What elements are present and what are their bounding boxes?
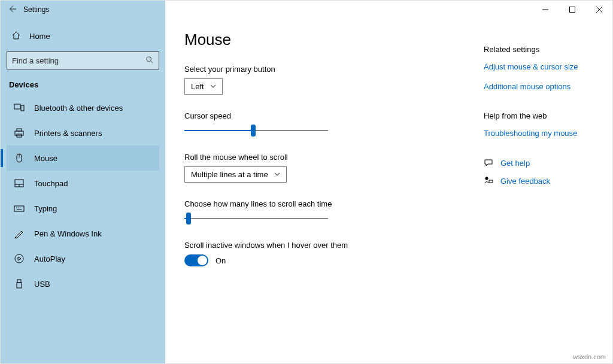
sidebar-item-label: AutoPlay [34,254,65,263]
devices-icon [14,102,25,113]
sidebar-item-label: Mouse [34,154,57,163]
keyboard-icon [14,203,25,214]
related-heading: Related settings [484,45,594,54]
inactive-scroll-label: Scroll inactive windows when I hover ove… [184,241,466,250]
sidebar: Home Devices Bluetooth & other devices P… [1,19,165,363]
get-help-link[interactable]: Get help [484,158,594,168]
give-feedback-link[interactable]: Give feedback [484,176,594,186]
dropdown-value: Multiple lines at a time [191,170,268,179]
svg-rect-22 [17,280,21,283]
svg-point-21 [15,254,23,263]
watermark: wsxdn.com [573,353,606,360]
svg-rect-6 [14,104,20,109]
category-label: Devices [7,69,159,95]
touchpad-icon [14,178,25,189]
lines-scroll-label: Choose how many lines to scroll each tim… [184,199,466,208]
svg-line-5 [151,60,153,63]
chat-icon [484,158,493,168]
cursor-speed-slider[interactable] [184,125,328,136]
svg-rect-1 [569,7,575,13]
minimize-button[interactable] [532,1,559,19]
sidebar-item-label: Touchpad [34,179,68,188]
search-box[interactable] [7,51,159,69]
page-title: Mouse [184,31,466,49]
back-button[interactable] [8,5,16,15]
sidebar-item-label: USB [34,280,50,289]
get-help-label: Get help [500,159,530,168]
sidebar-item-label: Printers & scanners [34,129,102,138]
sidebar-item-autoplay[interactable]: AutoPlay [7,246,159,271]
maximize-button[interactable] [559,1,585,19]
search-input[interactable] [12,56,145,65]
sidebar-item-usb[interactable]: USB [7,271,159,296]
home-link[interactable]: Home [7,25,159,48]
titlebar: Settings [1,1,612,19]
window-title: Settings [23,5,49,14]
dropdown-value: Left [191,82,204,91]
svg-point-24 [485,177,488,180]
mouse-icon [14,153,25,163]
search-icon [145,56,154,66]
usb-icon [14,278,25,289]
wheel-scroll-label: Roll the mouse wheel to scroll [184,153,466,162]
sidebar-item-label: Pen & Windows Ink [34,229,102,238]
feedback-label: Give feedback [500,177,550,186]
sidebar-item-mouse[interactable]: Mouse [7,145,159,171]
svg-rect-16 [14,206,24,211]
svg-rect-23 [17,283,22,288]
toggle-state: On [216,256,226,265]
feedback-icon [484,176,493,186]
main-content: Mouse Select your primary button Left Cu… [184,31,466,351]
close-button[interactable] [585,1,612,19]
home-icon [11,31,21,42]
sidebar-item-printers[interactable]: Printers & scanners [7,120,159,145]
link-troubleshoot-mouse[interactable]: Troubleshooting my mouse [484,129,594,138]
sidebar-item-label: Typing [34,204,57,213]
svg-rect-7 [21,105,24,111]
link-adjust-mouse-cursor[interactable]: Adjust mouse & cursor size [484,62,594,71]
sidebar-item-touchpad[interactable]: Touchpad [7,171,159,196]
sidebar-item-label: Bluetooth & other devices [34,104,123,113]
cursor-speed-label: Cursor speed [184,111,466,120]
home-label: Home [29,32,50,41]
sidebar-item-bluetooth[interactable]: Bluetooth & other devices [7,95,159,120]
chevron-down-icon [274,170,280,179]
wheel-scroll-dropdown[interactable]: Multiple lines at a time [184,166,287,183]
chevron-down-icon [210,82,216,91]
inactive-scroll-toggle[interactable] [184,254,208,266]
link-additional-mouse-options[interactable]: Additional mouse options [484,82,594,91]
autoplay-icon [14,253,25,264]
lines-scroll-slider[interactable] [184,213,328,224]
primary-button-label: Select your primary button [184,65,466,74]
printer-icon [14,128,25,138]
help-heading: Help from the web [484,111,594,120]
svg-rect-8 [15,131,23,135]
related-panel: Related settings Adjust mouse & cursor s… [484,31,594,351]
svg-rect-25 [489,180,493,183]
svg-point-4 [147,56,151,61]
svg-rect-9 [17,129,22,131]
primary-button-dropdown[interactable]: Left [184,78,223,95]
sidebar-item-typing[interactable]: Typing [7,196,159,221]
sidebar-item-pen[interactable]: Pen & Windows Ink [7,221,159,246]
pen-icon [14,228,25,239]
